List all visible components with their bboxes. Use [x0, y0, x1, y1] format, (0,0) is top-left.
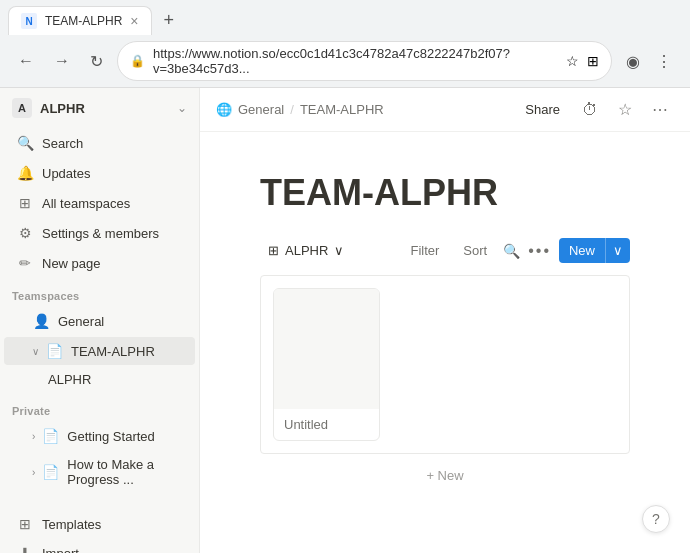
workspace-chevron-icon: ⌄	[177, 101, 187, 115]
nav-bar: ← → ↻ 🔒 https://www.notion.so/ecc0c1d41c…	[0, 35, 690, 87]
breadcrumb-parent[interactable]: General	[238, 102, 284, 117]
forward-button[interactable]: →	[48, 48, 76, 74]
help-button[interactable]: ?	[642, 505, 670, 533]
add-new-label: + New	[426, 468, 463, 483]
share-button[interactable]: Share	[517, 98, 568, 121]
import-icon: ⬇	[16, 544, 34, 553]
workspace-icon: A	[12, 98, 32, 118]
tab-favicon: N	[21, 13, 37, 29]
workspace-header[interactable]: A ALPHR ⌄	[0, 88, 199, 128]
search-icon: 🔍	[16, 134, 34, 152]
sort-button[interactable]: Sort	[455, 239, 495, 262]
sidebar-label-how-to-make: How to Make a Progress ...	[67, 457, 183, 487]
browser-chrome: N TEAM-ALPHR × + ← → ↻ 🔒 https://www.not…	[0, 0, 690, 88]
breadcrumb-current: TEAM-ALPHR	[300, 102, 384, 117]
add-new-row[interactable]: + New	[260, 458, 630, 493]
breadcrumb: 🌐 General / TEAM-ALPHR	[216, 102, 384, 117]
address-bar[interactable]: 🔒 https://www.notion.so/ecc0c1d41c3c4782…	[117, 41, 612, 81]
db-view-button[interactable]: ⊞ ALPHR ∨	[260, 239, 352, 262]
teamspaces-icon: ⊞	[16, 194, 34, 212]
sidebar-label-templates: Templates	[42, 517, 183, 532]
active-tab[interactable]: N TEAM-ALPHR ×	[8, 6, 152, 35]
new-button-chevron-icon[interactable]: ∨	[605, 238, 630, 263]
sidebar-item-settings[interactable]: ⚙ Settings & members	[4, 219, 195, 247]
getting-started-icon: 📄	[41, 427, 59, 445]
page-content: TEAM-ALPHR ⊞ ALPHR ∨ Filter Sort 🔍 ••• N…	[200, 132, 690, 553]
bookmark-icon[interactable]: ☆	[566, 53, 579, 69]
teamspaces-section-label: Teamspaces	[0, 278, 199, 306]
sidebar-label-general: General	[58, 314, 183, 329]
db-search-button[interactable]: 🔍	[503, 243, 520, 259]
reload-button[interactable]: ↻	[84, 48, 109, 75]
main-content: 🌐 General / TEAM-ALPHR Share ⏱ ☆ ⋯ TEAM-…	[200, 88, 690, 553]
sidebar-item-import[interactable]: ⬇ Import	[4, 539, 195, 553]
tab-bar: N TEAM-ALPHR × +	[0, 0, 690, 35]
team-alphr-icon: 📄	[45, 342, 63, 360]
tab-title: TEAM-ALPHR	[45, 14, 122, 28]
db-view-chevron-icon: ∨	[334, 243, 344, 258]
tree-arrow-2-icon: ›	[32, 431, 35, 442]
general-icon: 👤	[32, 312, 50, 330]
new-button[interactable]: New ∨	[559, 238, 630, 263]
sidebar-label-settings: Settings & members	[42, 226, 183, 241]
sidebar-item-all-teamspaces[interactable]: ⊞ All teamspaces	[4, 189, 195, 217]
settings-icon: ⚙	[16, 224, 34, 242]
header-bookmark-button[interactable]: ☆	[612, 96, 638, 123]
sidebar-item-new-page[interactable]: ✏ New page	[4, 249, 195, 277]
extensions-icon[interactable]: ⊞	[587, 53, 599, 69]
sidebar-label-updates: Updates	[42, 166, 183, 181]
db-view-name: ALPHR	[285, 243, 328, 258]
sidebar-item-how-to-make[interactable]: › 📄 How to Make a Progress ...	[4, 452, 195, 492]
templates-icon: ⊞	[16, 515, 34, 533]
sidebar-label-teamspaces: All teamspaces	[42, 196, 183, 211]
sidebar: A ALPHR ⌄ 🔍 Search 🔔 Updates ⊞ All teams…	[0, 88, 200, 553]
page-header-bar: 🌐 General / TEAM-ALPHR Share ⏱ ☆ ⋯	[200, 88, 690, 132]
how-to-make-icon: 📄	[41, 463, 59, 481]
profile-button[interactable]: ◉	[620, 48, 646, 75]
back-button[interactable]: ←	[12, 48, 40, 74]
sidebar-label-getting-started: Getting Started	[67, 429, 183, 444]
db-view-icon: ⊞	[268, 243, 279, 258]
tab-close-button[interactable]: ×	[130, 13, 138, 29]
sidebar-label-alphr: ALPHR	[48, 372, 183, 387]
breadcrumb-separator: /	[290, 102, 294, 117]
sidebar-item-general[interactable]: 👤 General	[4, 307, 195, 335]
sidebar-label-team-alphr: TEAM-ALPHR	[71, 344, 183, 359]
browser-more-button[interactable]: ⋮	[650, 48, 678, 75]
gallery-card-untitled[interactable]: Untitled	[273, 288, 380, 441]
filter-button[interactable]: Filter	[402, 239, 447, 262]
history-button[interactable]: ⏱	[576, 97, 604, 123]
page-title: TEAM-ALPHR	[260, 172, 630, 214]
sidebar-item-updates[interactable]: 🔔 Updates	[4, 159, 195, 187]
app-container: A ALPHR ⌄ 🔍 Search 🔔 Updates ⊞ All teams…	[0, 88, 690, 553]
updates-icon: 🔔	[16, 164, 34, 182]
sidebar-label-new-page: New page	[42, 256, 183, 271]
gallery-grid: Untitled	[260, 275, 630, 454]
sidebar-label-search: Search	[42, 136, 183, 151]
sidebar-item-search[interactable]: 🔍 Search	[4, 129, 195, 157]
workspace-name: ALPHR	[40, 101, 169, 116]
sidebar-label-import: Import	[42, 546, 183, 554]
new-button-label[interactable]: New	[559, 238, 605, 263]
tree-arrow-3-icon: ›	[32, 467, 35, 478]
sidebar-item-team-alphr[interactable]: ∨ 📄 TEAM-ALPHR	[4, 337, 195, 365]
header-more-button[interactable]: ⋯	[646, 96, 674, 123]
new-tab-button[interactable]: +	[156, 6, 183, 35]
card-image	[274, 289, 379, 409]
db-toolbar: ⊞ ALPHR ∨ Filter Sort 🔍 ••• New ∨	[260, 238, 630, 263]
card-title: Untitled	[274, 409, 379, 440]
sidebar-item-alphr[interactable]: ALPHR	[4, 367, 195, 392]
db-more-button[interactable]: •••	[528, 242, 551, 260]
url-text: https://www.notion.so/ecc0c1d41c3c4782a4…	[153, 46, 558, 76]
private-section-label: Private	[0, 393, 199, 421]
header-actions: Share ⏱ ☆ ⋯	[517, 96, 674, 123]
nav-actions: ◉ ⋮	[620, 48, 678, 75]
breadcrumb-icon: 🌐	[216, 102, 232, 117]
sidebar-item-templates[interactable]: ⊞ Templates	[4, 510, 195, 538]
tree-arrow-icon: ∨	[32, 346, 39, 357]
new-page-icon: ✏	[16, 254, 34, 272]
lock-icon: 🔒	[130, 54, 145, 68]
sidebar-item-getting-started[interactable]: › 📄 Getting Started	[4, 422, 195, 450]
